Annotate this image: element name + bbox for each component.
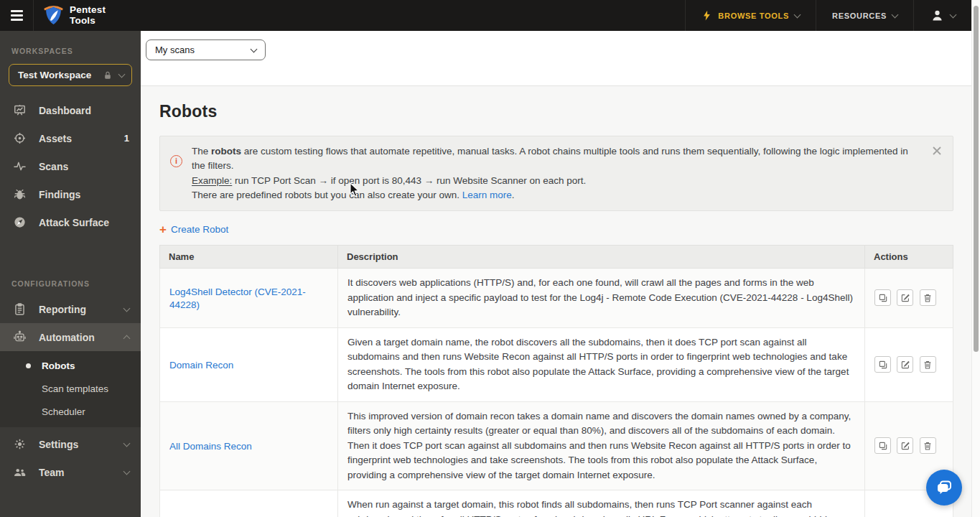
sidebar-item-team[interactable]: Team (0, 458, 141, 486)
duplicate-robot-button[interactable] (874, 356, 891, 373)
sidebar-item-attack-surface[interactable]: Attack Surface (0, 208, 141, 236)
delete-robot-button[interactable] (920, 437, 936, 454)
plus-icon: + (159, 223, 167, 236)
sidebar-item-findings[interactable]: Findings (0, 180, 141, 208)
delete-robot-button[interactable] (920, 289, 936, 306)
robot-name-link[interactable]: Domain Recon (169, 360, 233, 371)
banner-example-label: Example: (192, 175, 232, 186)
banner-bold-robots: robots (211, 146, 241, 157)
logo-text-line2: Tools (70, 16, 106, 26)
edit-robot-button[interactable] (897, 289, 913, 306)
duplicate-robot-button[interactable] (874, 437, 891, 454)
sidebar-item-settings[interactable]: Settings (0, 430, 141, 458)
top-navbar: Pentest Tools BROWSE TOOLS RESOURCES (0, 0, 971, 31)
logo-text-line1: Pentest (70, 5, 106, 15)
sidebar-subitem-scan-templates[interactable]: Scan templates (0, 377, 141, 400)
automation-robot-icon (13, 330, 27, 344)
logo-shield-icon (44, 5, 63, 27)
reporting-clipboard-icon (13, 302, 27, 316)
page-title: Robots (159, 102, 953, 121)
sidebar-item-scans[interactable]: Scans (0, 152, 141, 180)
robot-description: Given a target domain name, the robot di… (338, 327, 865, 401)
scans-filter-select[interactable]: My scans (146, 39, 266, 60)
chat-widget-button[interactable] (926, 470, 962, 506)
robot-name-link[interactable]: All Domains Recon (169, 441, 252, 452)
chevron-down-icon (123, 304, 131, 312)
sidebar-subitem-label: Scheduler (42, 406, 85, 417)
chevron-up-icon (123, 335, 131, 342)
sidebar-item-label: Reporting (39, 304, 124, 315)
column-header-description[interactable]: Description (338, 246, 865, 269)
edit-robot-button[interactable] (897, 356, 913, 373)
sidebar-item-assets[interactable]: Assets 1 (0, 124, 141, 152)
account-menu[interactable] (913, 0, 971, 31)
dashboard-icon (13, 103, 27, 117)
browse-tools-menu[interactable]: BROWSE TOOLS (685, 0, 816, 31)
active-bullet-icon (26, 363, 31, 368)
workspace-selector[interactable]: Test Workspace (9, 64, 132, 86)
robot-name-link[interactable]: Log4Shell Detector (CVE-2021-44228) (169, 287, 306, 310)
chevron-down-icon (123, 467, 131, 475)
chevron-down-icon (118, 70, 126, 78)
sidebar-item-label: Team (39, 467, 124, 478)
robots-info-banner: The robots are custom testing flows that… (159, 136, 953, 211)
sidebar-item-label: Attack Surface (39, 217, 129, 228)
create-robot-label: Create Robot (171, 224, 228, 235)
duplicate-robot-button[interactable] (874, 289, 891, 306)
chevron-down-icon (251, 45, 258, 52)
learn-more-link[interactable]: Learn more (462, 190, 512, 200)
lock-icon (103, 70, 113, 80)
delete-robot-button[interactable] (920, 356, 936, 373)
workspace-name: Test Workspace (18, 70, 103, 80)
chevron-down-icon (892, 11, 899, 18)
user-icon (930, 8, 945, 23)
close-icon[interactable] (931, 145, 943, 157)
assets-target-icon (13, 131, 27, 145)
attack-surface-compass-icon (13, 215, 27, 229)
main-content: My scans Robots The robots are custom te… (141, 31, 971, 517)
sidebar-item-label: Scans (39, 161, 129, 172)
sidebar-subitem-label: Scan templates (42, 383, 108, 394)
robot-table-row: Domain Recon Given a target domain name,… (160, 327, 953, 401)
scans-filter-value: My scans (155, 45, 251, 55)
banner-line1: The robots are custom testing flows that… (192, 144, 920, 174)
pentest-tools-logo[interactable]: Pentest Tools (34, 5, 118, 27)
sidebar-item-label: Assets (39, 133, 124, 144)
scans-activity-icon (13, 159, 27, 173)
browse-tools-label: BROWSE TOOLS (718, 11, 789, 20)
sidebar-item-reporting[interactable]: Reporting (0, 295, 141, 323)
resources-menu[interactable]: RESOURCES (816, 0, 913, 31)
robot-description: It discovers web applications (HTTP/S) a… (338, 269, 865, 328)
robots-table-body: Log4Shell Detector (CVE-2021-44228) It d… (160, 269, 953, 517)
robots-table: Name Description Actions Log4Shell Detec… (159, 245, 953, 517)
workspaces-section-label: WORKSPACES (0, 31, 141, 62)
findings-bug-icon (13, 187, 27, 201)
sidebar-item-label: Dashboard (39, 105, 129, 116)
chevron-down-icon (794, 11, 801, 18)
gear-icon (13, 437, 27, 451)
create-robot-button[interactable]: + Create Robot (159, 223, 228, 236)
sidebar: WORKSPACES Test Workspace Dashboard Asse… (0, 31, 141, 517)
sidebar-item-label: Settings (39, 439, 124, 450)
robot-description: This improved version of domain recon ta… (338, 401, 865, 490)
robot-table-row: Treasure Hunter (domain) When run agains… (160, 490, 953, 517)
team-people-icon (13, 465, 27, 479)
scrollbar[interactable] (971, 0, 980, 517)
table-header-row: Name Description Actions (160, 246, 953, 269)
column-header-actions[interactable]: Actions (865, 246, 953, 269)
edit-robot-button[interactable] (897, 437, 913, 454)
sidebar-item-automation[interactable]: Automation (0, 323, 141, 351)
hamburger-menu-icon[interactable] (0, 0, 34, 31)
scrollbar-thumb[interactable] (974, 6, 979, 352)
sidebar-subitem-robots[interactable]: Robots (0, 354, 141, 377)
sidebar-item-label: Findings (39, 189, 129, 200)
sidebar-item-label: Automation (39, 332, 124, 343)
banner-line2: Example: run TCP Port Scan → if open por… (192, 174, 920, 188)
assets-count-badge: 1 (124, 133, 129, 144)
robot-table-row: Log4Shell Detector (CVE-2021-44228) It d… (160, 269, 953, 328)
lightning-bolt-icon (701, 9, 712, 22)
sidebar-item-dashboard[interactable]: Dashboard (0, 96, 141, 124)
sidebar-subitem-scheduler[interactable]: Scheduler (0, 400, 141, 423)
column-header-name[interactable]: Name (160, 246, 338, 269)
robot-table-row: All Domains Recon This improved version … (160, 401, 953, 490)
